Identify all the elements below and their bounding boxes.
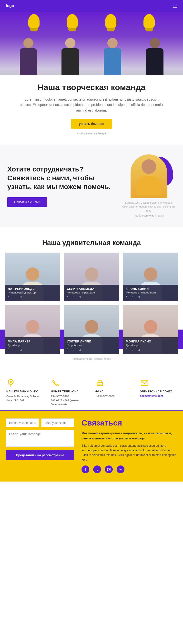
message-input[interactable] (6, 430, 74, 447)
team-member-role: Финансовый директор (8, 291, 57, 294)
team-freepik-note: Изображение из Freepik Freepik (5, 357, 178, 363)
instagram-icon[interactable]: ◻ (138, 348, 141, 352)
team-member-role: Дизайнер (126, 344, 175, 346)
person-face (85, 268, 98, 281)
twitter-icon[interactable]: t (14, 348, 18, 352)
twitter-icon[interactable]: t (132, 296, 136, 299)
hero-text: Наша творческая команда Lorem ipsum dolo… (0, 75, 183, 140)
office-title: НАШ ГЛАВНЫЙ ОФИС (6, 390, 43, 393)
team-card-overlay: ФРЭНК КИННИ Менеджер по продажам f t ◻ (123, 285, 178, 301)
team-card-overlay: МОНИКА ПУЛИО Дизайнер f t ◻ (123, 337, 178, 354)
fax-title: ФАКС (95, 390, 132, 393)
cta-title: Связаться (82, 418, 177, 428)
team-card-overlay: УОЛТЕР ЛИЛЛИ Разработчик f t ◻ (64, 337, 119, 354)
sample-text: Sample text. Click to select the text bo… (122, 201, 176, 213)
team-member-role: Менеджер по продажам (126, 291, 175, 294)
svg-rect-8 (107, 468, 110, 471)
team-card-overlay: МИЛА ПАРКЕР Дизайнер f t ◻ (5, 337, 60, 354)
contact-info-office: НАШ ГЛАВНЫЙ ОФИС Соно 94 Broadway St Нью… (4, 375, 46, 410)
team-card: МИЛА ПАРКЕР Дизайнер f t ◻ (5, 305, 60, 354)
cta-area: Связаться Мы можем гарантировать надежно… (82, 418, 177, 473)
team-card: УОЛТЕР ЛИЛЛИ Разработчик f t ◻ (64, 305, 119, 354)
phone-text: 234-9876-5400 888-0123-4567 (звонок бесп… (51, 394, 88, 406)
facebook-icon[interactable]: f (126, 296, 130, 299)
linkedin-social-button[interactable]: in (117, 466, 124, 473)
logo: logo (6, 4, 14, 8)
team-card: СЕЛИЯ АЛЬМЕДА Менеджер по рекламе f t ◻ (64, 252, 119, 301)
team-card-socials: f t ◻ (126, 296, 175, 299)
facebook-icon[interactable]: f (126, 348, 130, 352)
twitter-social-button[interactable]: t (93, 466, 101, 473)
bulb-icon (28, 14, 40, 32)
team-member-role: Дизайнер (8, 344, 57, 346)
hero-description: Lorem ipsum dolor sit amet, consectetur … (20, 97, 163, 113)
instagram-icon[interactable]: ◻ (20, 296, 24, 299)
twitter-icon[interactable]: t (14, 296, 18, 299)
team-member-role: Менеджер по рекламе (67, 291, 116, 294)
person-silhouette (20, 38, 37, 75)
facebook-icon[interactable]: f (8, 348, 12, 352)
team-card-socials: f t ◻ (8, 296, 57, 299)
svg-point-9 (108, 469, 110, 470)
team-card-socials: f t ◻ (67, 348, 116, 352)
collab-title: Хотите сотрудничать? Свяжитесь с нами, ч… (7, 165, 117, 192)
person-silhouette (146, 38, 163, 75)
contact-info-section: НАШ ГЛАВНЫЙ ОФИС Соно 94 Broadway St Нью… (0, 368, 183, 411)
facebook-icon[interactable]: f (67, 296, 71, 299)
submit-button[interactable]: Представить на рассмотрение (6, 450, 74, 460)
name-input[interactable] (41, 418, 74, 427)
menu-icon[interactable]: ☰ (173, 3, 177, 9)
contact-us-button[interactable]: Связаться с нами (7, 197, 47, 207)
freepik-link[interactable]: Freepik (102, 357, 111, 360)
collab-person-body (137, 176, 161, 195)
team-member-name: УОЛТЕР ЛИЛЛИ (67, 340, 116, 343)
location-icon (6, 379, 15, 388)
email-address[interactable]: hello@theme.com (140, 394, 177, 397)
team-member-name: ФРЭНК КИННИ (126, 287, 175, 290)
learn-more-button[interactable]: узнать больше (71, 119, 112, 128)
team-grid-row2: МИЛА ПАРКЕР Дизайнер f t ◻ (5, 305, 178, 354)
twitter-icon[interactable]: t (73, 296, 77, 299)
facebook-social-button[interactable]: f (82, 466, 89, 473)
person-face (85, 320, 98, 334)
instagram-social-button[interactable] (105, 466, 113, 473)
person-face (144, 320, 157, 334)
facebook-icon[interactable]: f (67, 348, 71, 352)
freepik-note: Изображения из Freepik (20, 132, 163, 135)
twitter-icon[interactable]: t (132, 348, 136, 352)
facebook-icon[interactable]: f (8, 296, 12, 299)
team-member-name: МИЛА ПАРКЕР (8, 340, 57, 343)
team-card: НАТ РЕЙНОЛЬДС Финансовый директор f t ◻ (5, 252, 60, 301)
team-card: МОНИКА ПУЛИО Дизайнер f t ◻ (123, 305, 178, 354)
person-face (26, 268, 39, 281)
instagram-icon[interactable]: ◻ (138, 296, 141, 299)
team-title: Наша удивительная команда (5, 239, 178, 247)
team-card-socials: f t ◻ (67, 296, 116, 299)
person-face (144, 268, 157, 281)
instagram-icon[interactable]: ◻ (79, 296, 82, 299)
email-title: ЭЛЕКТРОННАЯ ПОЧТА (140, 390, 177, 393)
form-area: Представить на рассмотрение (6, 418, 74, 460)
bulb-icon (105, 14, 116, 32)
header: logo ☰ (0, 0, 183, 12)
email-input[interactable] (6, 418, 39, 427)
team-card-overlay: СЕЛИЯ АЛЬМЕДА Менеджер по рекламе f t ◻ (64, 285, 119, 301)
team-member-name: СЕЛИЯ АЛЬМЕДА (67, 287, 116, 290)
team-member-name: НАТ РЕЙНОЛЬДС (8, 287, 57, 290)
svg-point-6 (101, 382, 102, 384)
team-section: Наша удивительная команда НАТ РЕЙНОЛЬДС … (0, 232, 183, 368)
office-text: Соно 94 Broadway St Нью-Йорк, NY 1001 (6, 394, 43, 402)
instagram-icon[interactable]: ◻ (20, 348, 24, 352)
collab-freepik-note: Изображение из Freepik (134, 214, 164, 217)
hero-section: Наша творческая команда Lorem ipsum dolo… (0, 12, 183, 140)
svg-point-10 (110, 468, 110, 469)
twitter-icon[interactable]: t (73, 348, 77, 352)
cta-body-text: Etiam sit amet convallis est – class apt… (82, 444, 177, 462)
collaboration-section: Хотите сотрудничать? Свяжитесь с нами, ч… (0, 145, 183, 227)
fax-icon (95, 379, 104, 388)
phone-icon (51, 379, 60, 388)
instagram-icon[interactable]: ◻ (79, 348, 82, 352)
bulb-icon (67, 14, 78, 32)
person-silhouette (104, 38, 121, 75)
svg-rect-5 (98, 384, 101, 385)
